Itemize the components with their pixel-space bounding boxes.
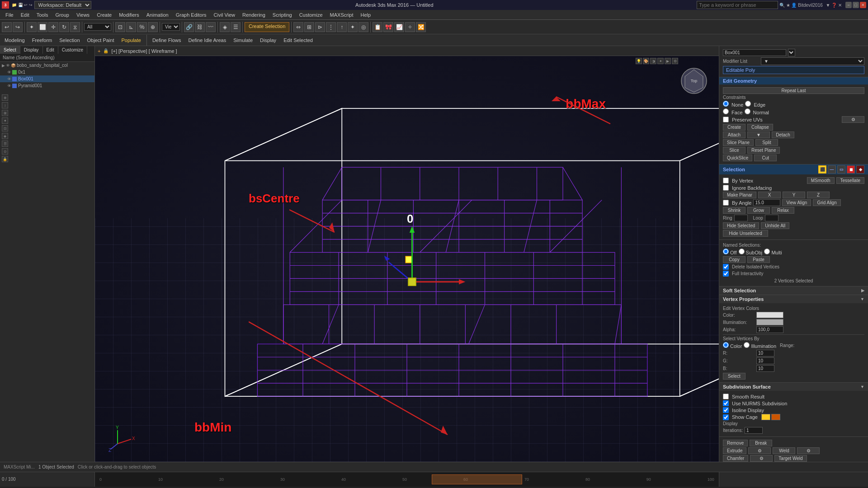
loop-spinner[interactable] (765, 215, 778, 221)
place-highlight-button[interactable]: ✦ (348, 22, 358, 32)
menu-rendering[interactable]: Rendering (239, 11, 269, 19)
select-button[interactable]: Select (723, 373, 745, 380)
attach-list-button[interactable]: ▼ (747, 131, 770, 138)
ribbon-modeling[interactable]: Modeling (2, 37, 28, 44)
ribbon-define-flows[interactable]: Define Flows (150, 37, 184, 44)
menu-animation[interactable]: Animation (143, 11, 172, 19)
r-input[interactable] (756, 350, 774, 357)
select-button[interactable]: ✦ (27, 22, 37, 32)
timeline-track[interactable]: 0 10 20 30 40 50 60 70 80 90 100 (95, 472, 719, 487)
modifier-list-dropdown[interactable]: ▼ (761, 57, 864, 65)
z-button[interactable]: Z (807, 192, 830, 198)
weld-button[interactable]: Weld (773, 447, 795, 454)
by-angle-input[interactable] (753, 199, 780, 206)
color-swatch[interactable] (756, 312, 783, 318)
weld-settings-button[interactable]: ⚙ (797, 447, 820, 454)
tab-edit[interactable]: Edit (43, 46, 58, 54)
redo-button[interactable]: ↪ (13, 22, 23, 32)
vp-shadow-icon[interactable]: ◑ (650, 58, 656, 64)
menu-graph-editors[interactable]: Graph Editors (172, 11, 210, 19)
snap-button[interactable]: ⊡ (115, 22, 125, 32)
normal-align-button[interactable]: ↑ (337, 22, 347, 32)
rotate-button[interactable]: ↻ (59, 22, 69, 32)
align-button[interactable]: ⊞ (304, 22, 314, 32)
move-button[interactable]: ✛ (48, 22, 58, 32)
show-cage-checkbox[interactable] (723, 414, 729, 420)
isoline-checkbox[interactable] (723, 407, 729, 413)
menu-civil-view[interactable]: Civil View (210, 11, 239, 19)
snap-angle-button[interactable]: ⊾ (126, 22, 136, 32)
maximize-button[interactable]: □ (853, 2, 859, 8)
menu-file[interactable]: File (2, 11, 17, 19)
detach-button[interactable]: Detach (772, 131, 794, 138)
view-dropdown[interactable]: View (162, 23, 180, 31)
left-icon-9[interactable]: 🔒 (2, 156, 8, 162)
bind-space-warp-button[interactable]: 〰 (206, 22, 216, 32)
element-mode-icon[interactable]: ◈ (856, 165, 864, 174)
hide-selected-button[interactable]: Hide Selected (723, 222, 759, 229)
menu-edit[interactable]: Edit (17, 11, 33, 19)
smooth-result-checkbox[interactable] (723, 394, 729, 399)
split-button[interactable]: Split (755, 139, 778, 146)
viewport-plus-btn[interactable]: + (98, 48, 100, 54)
menu-modifiers[interactable]: Modifiers (115, 11, 143, 19)
vertex-mode-icon[interactable]: ⬛ (818, 165, 826, 174)
ribbon-edit-selected[interactable]: Edit Selected (281, 37, 316, 44)
select-by-illumination-radio[interactable] (744, 342, 750, 348)
constraint-normal-radio[interactable] (745, 108, 750, 114)
extrude-button[interactable]: Extrude (723, 447, 746, 454)
quickslice-button[interactable]: QuickSlice (723, 155, 752, 161)
preserve-uvs-checkbox[interactable] (723, 117, 729, 122)
hierarchy-button[interactable]: ⊳ (315, 22, 325, 32)
snap-percent-button[interactable]: % (137, 22, 147, 32)
left-icon-7[interactable]: ☰ (2, 141, 8, 147)
menu-scripting[interactable]: Scripting (269, 11, 296, 19)
view-align-button[interactable]: View Align (782, 199, 811, 206)
make-planar-button[interactable]: Make Planar (723, 192, 756, 198)
left-icon-1[interactable]: ⊕ (2, 94, 8, 101)
subdivision-header[interactable]: Subdivision Surface ▼ (719, 383, 868, 391)
copy-named-sel-button[interactable]: Copy (723, 256, 745, 263)
viewport-label[interactable]: [+] [Perspective] [ Wireframe ] (111, 48, 177, 54)
particle-view-button[interactable]: ✧ (405, 22, 415, 32)
ribbon-object-paint[interactable]: Object Paint (85, 37, 117, 44)
scene-item-box001[interactable]: 👁 Box001 (0, 75, 94, 82)
use-nurms-checkbox[interactable] (723, 400, 729, 406)
named-sel-off-radio[interactable] (723, 249, 729, 254)
object-name-input[interactable] (723, 49, 786, 56)
menu-group[interactable]: Group (52, 11, 73, 19)
isolate-sel-button[interactable]: ◎ (359, 22, 368, 32)
b-input[interactable] (756, 365, 774, 372)
chamfer-settings-button[interactable]: ⚙ (750, 455, 773, 462)
tessellate-button[interactable]: Tessellate (836, 177, 864, 184)
vp-light-icon[interactable]: 💡 (636, 58, 642, 64)
grow-button[interactable]: Grow (747, 207, 770, 214)
vertex-properties-header[interactable]: Vertex Properties ▼ (719, 295, 868, 303)
select-by-name-button[interactable]: ☰ (231, 22, 241, 32)
soft-selection-header[interactable]: Soft Selection ▶ (719, 286, 868, 295)
constraint-none-radio[interactable] (723, 101, 729, 107)
y-button[interactable]: Y (783, 192, 805, 198)
paste-named-sel-button[interactable]: Paste (747, 256, 770, 263)
shrink-button[interactable]: Shrink (723, 207, 745, 214)
ribbon-populate[interactable]: Populate (118, 37, 143, 44)
scene-item-group[interactable]: ▶ 👁 📦 bobo_sandy_hospital_col (0, 62, 94, 69)
vp-config-icon[interactable]: ⚙ (672, 58, 678, 64)
tab-display[interactable]: Display (20, 46, 43, 54)
layer-manager-button[interactable]: 📋 (373, 22, 382, 32)
menu-help[interactable]: Help (357, 11, 375, 19)
extrude-settings-button[interactable]: ⚙ (748, 447, 771, 454)
viewport[interactable]: 0 Top 💡 🎨 ◑ ✦ ▶ ⚙ (95, 56, 719, 462)
ignore-backfacing-checkbox[interactable] (723, 185, 729, 191)
cage-color-swatch[interactable] (761, 414, 770, 420)
msmooth-button[interactable]: MSmooth (807, 177, 835, 184)
grid-align-button[interactable]: Grid Align (813, 199, 840, 206)
menu-tools[interactable]: Tools (33, 11, 52, 19)
left-icon-5[interactable]: ⊡ (2, 125, 8, 131)
ribbon-display[interactable]: Display (257, 37, 279, 44)
search-input[interactable] (697, 1, 778, 9)
menu-maxscript[interactable]: MAXScript (326, 11, 357, 19)
left-icon-8[interactable]: ⊙ (2, 148, 8, 155)
attach-button[interactable]: Attach (723, 131, 745, 138)
nav-cube[interactable]: Top (678, 65, 710, 97)
